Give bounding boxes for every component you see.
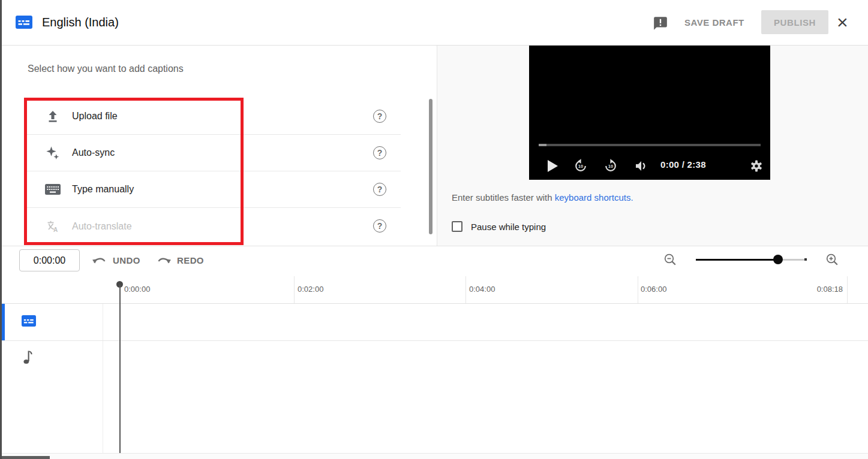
keyboard-shortcuts-link[interactable]: keyboard shortcuts. [555, 192, 633, 203]
playhead-line[interactable] [119, 285, 121, 453]
timeline-hscrollbar-thumb[interactable] [0, 456, 50, 459]
help-icon[interactable]: ? [373, 183, 386, 196]
captions-badge-icon [16, 16, 32, 31]
translate-icon: A [45, 219, 61, 234]
caption-method-label: Upload file [72, 111, 118, 122]
zoom-in-icon[interactable] [825, 253, 839, 267]
feedback-icon[interactable] [653, 16, 668, 34]
timeline-hscrollbar [0, 453, 868, 459]
caption-method-label: Type manually [72, 184, 134, 195]
timeline-zoom-slider[interactable] [696, 253, 806, 265]
video-progress-played [539, 144, 546, 146]
zoom-slider-thumb[interactable] [773, 255, 783, 264]
selected-track-indicator [2, 304, 5, 340]
captions-track[interactable] [22, 315, 36, 329]
track-row-divider [0, 340, 868, 341]
help-icon[interactable]: ? [373, 110, 386, 123]
settings-gear-icon[interactable] [749, 158, 764, 174]
undo-label: UNDO [113, 255, 140, 265]
help-icon[interactable]: ? [373, 146, 386, 159]
redo-button[interactable]: REDO [156, 252, 204, 268]
svg-text:10: 10 [608, 164, 613, 169]
ruler-label: 0:00:00 [124, 285, 150, 294]
shortcut-hint-text: Enter subtitles faster with [452, 192, 552, 203]
svg-text:A: A [53, 226, 58, 232]
ruler-label: 0:06:00 [641, 285, 666, 294]
panel-scrollbar[interactable] [429, 99, 433, 234]
auto-sync-icon [45, 145, 61, 161]
caption-method-upload-file[interactable]: Upload file ? [24, 98, 401, 135]
ruler-tick [638, 276, 638, 303]
page-title: English (India) [42, 0, 119, 45]
svg-text:10: 10 [578, 164, 583, 169]
ruler-label: 0:08:18 [817, 285, 843, 294]
caption-methods-panel: Select how you want to add captions Uplo… [0, 46, 437, 246]
captions-icon [22, 315, 36, 327]
seek-forward-10-icon[interactable]: 10 [603, 158, 618, 174]
volume-icon[interactable] [633, 158, 649, 174]
pause-while-typing-checkbox[interactable] [452, 221, 462, 232]
caption-method-auto-sync[interactable]: Auto-sync ? [24, 135, 401, 171]
panel-heading: Select how you want to add captions [28, 64, 184, 74]
zoom-slider-endcap [804, 258, 807, 261]
seek-back-10-icon[interactable]: 10 [573, 158, 588, 174]
pause-while-typing-option[interactable]: Pause while typing [452, 221, 546, 232]
ruler-label: 0:04:00 [469, 285, 495, 294]
header-bar: English (India) SAVE DRAFT PUBLISH × [0, 0, 868, 46]
shortcut-hint: Enter subtitles faster with keyboard sho… [452, 192, 633, 203]
video-player[interactable]: 10 10 0:00 / 2:38 [529, 46, 770, 180]
ruler-tick [294, 276, 295, 303]
track-header-divider [103, 304, 103, 453]
video-time-display: 0:00 / 2:38 [660, 159, 706, 170]
window-left-edge [0, 0, 2, 459]
caption-method-label: Auto-translate [72, 221, 132, 232]
ruler-tick [465, 276, 466, 303]
zoom-slider-fill [696, 259, 778, 261]
timeline-section: UNDO REDO 0:00:00 0:02:00 0:04:00 0:06:0… [0, 246, 868, 459]
preview-panel: 10 10 0:00 / 2:38 Enter subtitles faster… [437, 46, 868, 246]
music-note-icon [23, 349, 34, 364]
caption-method-label: Auto-sync [72, 147, 115, 158]
undo-button[interactable]: UNDO [92, 252, 140, 268]
caption-method-type-manually[interactable]: Type manually ? [24, 171, 401, 208]
timeline-ruler[interactable]: 0:00:00 0:02:00 0:04:00 0:06:00 0:08:18 [0, 276, 868, 304]
caption-method-auto-translate: A Auto-translate ? [24, 208, 401, 244]
help-icon[interactable]: ? [373, 219, 386, 232]
keyboard-icon [45, 182, 61, 197]
redo-label: REDO [177, 255, 204, 265]
save-draft-button[interactable]: SAVE DRAFT [684, 0, 744, 45]
publish-button[interactable]: PUBLISH [761, 10, 828, 34]
pause-while-typing-label: Pause while typing [471, 222, 546, 232]
audio-track[interactable] [23, 349, 34, 367]
ruler-tick [847, 276, 848, 303]
upload-icon [45, 108, 61, 124]
current-time-input[interactable] [19, 249, 80, 271]
ruler-label: 0:02:00 [298, 285, 323, 294]
zoom-out-icon[interactable] [663, 253, 677, 267]
video-progress-bar[interactable] [539, 144, 761, 146]
redo-icon [156, 255, 172, 265]
play-icon[interactable] [545, 158, 560, 174]
undo-icon [92, 255, 107, 265]
close-icon[interactable]: × [837, 0, 848, 45]
